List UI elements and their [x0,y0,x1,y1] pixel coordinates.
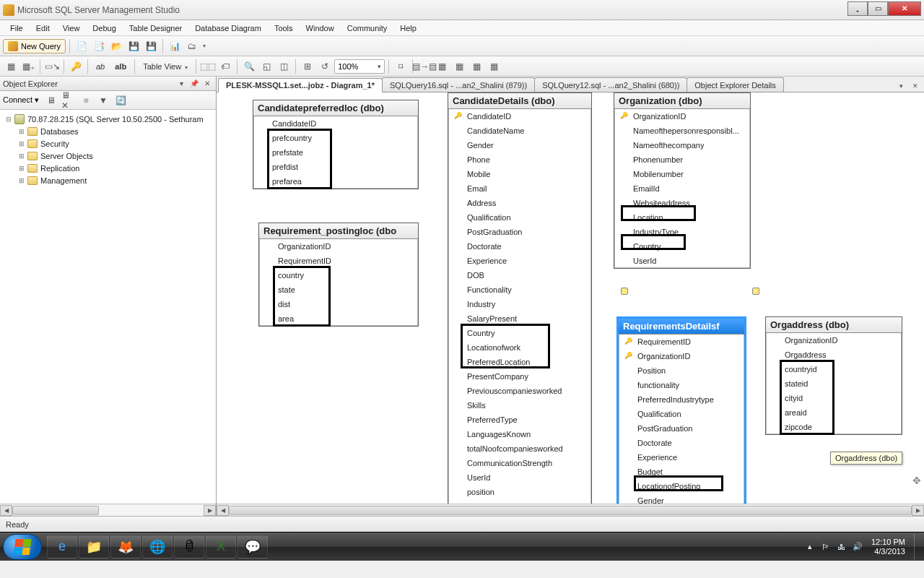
taskbar-gtalk-icon[interactable]: 💬 [237,535,268,558]
menu-community[interactable]: Community [341,22,393,34]
col[interactable]: DOB [464,271,588,280]
new-project-button[interactable]: 📄 [74,38,90,54]
tray-volume-icon[interactable]: 🔊 [851,540,864,553]
tree-folder-security[interactable]: ⊞ Security [1,137,214,150]
scroll-thumb[interactable] [12,506,99,515]
zoom-combo[interactable]: 100% [334,59,385,74]
col-country[interactable]: country [275,271,415,280]
maximize-button[interactable] [868,1,888,16]
menu-database-diagram[interactable]: Database Diagram [189,22,267,34]
col-prefdist[interactable]: prefdist [269,163,415,171]
col-prefcountry[interactable]: prefcountry [269,134,415,142]
taskbar-explorer-icon[interactable]: 📁 [79,535,109,558]
save-button[interactable]: 💾 [126,38,141,54]
arrange-button[interactable]: ◫ [276,59,292,74]
object-explorer-tree[interactable]: ⊟ 70.87.28.215 (SQL Server 10.50.2500 - … [0,110,216,504]
autosize-button[interactable]: ◱ [258,59,274,74]
table-orgaddress[interactable]: Orgaddress (dbo) OrganizationID Orgaddre… [765,316,902,435]
col[interactable]: position [464,488,588,496]
col[interactable]: Mobile [464,170,588,178]
resize-grip-icon[interactable]: ✥ [911,475,923,486]
new-table-button[interactable]: ▦ [3,59,19,74]
expander-icon[interactable]: ⊟ [4,116,13,123]
col[interactable]: OrganizationID [635,352,741,361]
panel-dropdown-icon[interactable]: ▾ [175,78,187,90]
page-breaks-button[interactable]: ⊞ [300,59,315,74]
col[interactable]: Address [464,199,588,207]
col[interactable]: Country [464,329,588,337]
col[interactable]: Email [464,184,588,193]
taskbar-ssms-icon[interactable]: 🛢 [174,535,204,558]
show-desktop-button[interactable] [914,534,921,560]
col[interactable]: PreferredIndustrytype [635,395,741,404]
col[interactable]: IndustryType [630,228,747,236]
col[interactable]: PostGraduation [635,424,741,433]
table-requirementsdetailsf[interactable]: RequirementsDetailsf RequirementID Organ… [616,316,746,504]
tree-folder-databases[interactable]: ⊞ Databases [1,125,214,137]
col[interactable]: Doctorate [635,439,741,447]
menu-window[interactable]: Window [300,22,340,34]
stop-button[interactable]: ■ [78,92,94,108]
tab-diagram[interactable]: PLESK-MSSQL1.set...jobz - Diagram_1* [218,78,383,92]
col[interactable]: Location [630,213,747,222]
tab-list-dropdown-icon[interactable]: ▾ [895,80,907,92]
col-prefstate[interactable]: prefstate [269,148,415,157]
relationships-button[interactable]: ⬚⬚ [200,59,216,74]
col[interactable]: OrganizationID [630,112,747,121]
col[interactable]: Experience [464,256,588,265]
taskbar-ie-icon[interactable]: e [47,535,77,558]
table-header[interactable]: CandidateDetails (dbo) [448,93,591,109]
col[interactable]: Locationofwork [464,343,588,352]
ab-button[interactable]: ab [92,61,109,72]
col[interactable]: EmailId [630,184,747,193]
set-primary-key-button[interactable]: 🔑 [68,59,84,74]
new-text-annotation-button[interactable]: ⌑ [393,59,409,74]
col[interactable]: Industry [464,300,588,309]
add-table-button[interactable]: ▦₊ [20,59,36,74]
col[interactable]: Experience [635,453,741,462]
relationship-endpoint-icon[interactable] [752,288,759,295]
col-candidateid[interactable]: CandidateID [269,119,415,128]
expander-icon[interactable]: ⊞ [17,128,26,135]
col[interactable]: Country [630,242,747,251]
col[interactable]: Nameofthecompany [630,141,747,150]
object-explorer-hscroll[interactable]: ◀ ▶ [0,504,216,516]
col[interactable]: Functionality [464,285,588,294]
col[interactable]: Mobilenumber [630,170,747,178]
col[interactable]: Phonenumber [630,155,747,164]
menu-help[interactable]: Help [394,22,422,34]
tree-folder-management[interactable]: ⊞ Management [1,174,214,186]
expander-icon[interactable]: ⊞ [17,152,26,160]
add-related-button[interactable]: ▭↘ [44,59,60,74]
col[interactable]: OrganizationID [782,336,899,345]
show-labels-button[interactable]: 🏷 [217,59,233,74]
table-organization[interactable]: Organization (dbo) OrganizationID Nameof… [614,92,751,269]
generate-script-button[interactable]: ▤→▤ [417,59,432,74]
taskbar-firefox-icon[interactable]: 🦊 [110,535,141,558]
expander-icon[interactable]: ⊞ [17,140,26,147]
tab-sqlquery12[interactable]: SQLQuery12.sql - ...an2_Shalini (680)) [534,77,687,92]
open-button[interactable]: 📑 [91,38,107,54]
col[interactable]: Budget [635,467,741,476]
tray-flag-icon[interactable]: 🏳 [819,540,832,553]
tab-close-icon[interactable]: ✕ [910,80,921,92]
col-prefarea[interactable]: prefarea [269,177,415,186]
col[interactable]: RequirementID [635,337,741,346]
connect-button[interactable]: 🖥 [43,92,59,108]
taskbar-chrome-icon[interactable]: 🌐 [142,535,173,558]
relationship-endpoint-icon[interactable] [621,288,628,295]
table-requirement-postingloc[interactable]: Requirement_postingloc (dbo Organization… [258,223,419,327]
col[interactable]: Skills [464,401,588,410]
dropdown-icon[interactable]: ▾ [203,43,206,49]
col[interactable]: functionality [635,381,741,389]
col[interactable]: Doctorate [464,242,588,251]
tray-network-icon[interactable]: 🖧 [835,540,848,553]
tree-folder-server-objects[interactable]: ⊞ Server Objects [1,150,214,162]
col[interactable]: cityid [782,394,899,402]
table-header[interactable]: Candidatepreferredloc (dbo) [253,100,418,116]
col[interactable]: CandidateName [464,126,588,135]
menu-edit[interactable]: Edit [30,22,56,34]
col[interactable]: UserId [630,256,747,265]
col-organizationid[interactable]: OrganizationID [275,242,415,251]
minimize-button[interactable] [847,1,868,16]
